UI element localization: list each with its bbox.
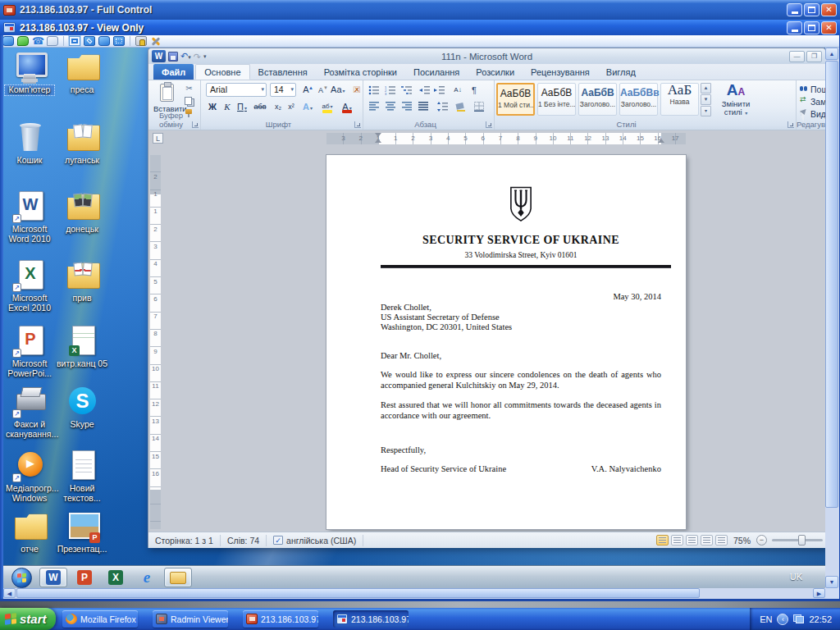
desktop-icon-folder-files[interactable]: прив [54,259,110,304]
taskbar-task[interactable]: Mozilla Firefox [62,610,138,628]
first-line-indent-marker[interactable] [375,133,381,137]
highlight-color-button[interactable]: аб▾ [321,100,334,114]
vfull-icon[interactable] [98,36,110,46]
desktop-icon-folder-docs[interactable]: луганськ [54,121,110,166]
outer-maximize-button[interactable] [804,3,819,16]
tab-selector[interactable]: L [153,133,163,144]
security-icon[interactable] [135,36,147,46]
strikethrough-button[interactable]: абв [253,100,267,114]
editing-repl[interactable]: Замінити [800,95,825,107]
desktop-icon-excel[interactable]: ↗Microsoft Excel 2010 [5,259,54,313]
tools-icon[interactable] [150,36,162,46]
line-spacing-icon[interactable] [436,99,450,113]
justify-icon[interactable] [416,99,431,113]
inner-close-button[interactable]: ✕ [821,21,837,34]
msg-icon[interactable] [47,36,58,46]
inner-minimize-button[interactable] [787,21,802,34]
increase-indent-icon[interactable] [432,83,447,97]
clear-formatting-button[interactable]: 🗷 [350,83,363,97]
tab-Вставлення[interactable]: Вставлення [250,64,316,80]
vfullstretch-icon[interactable] [113,36,125,46]
tab-Основне[interactable]: Основне [195,64,249,80]
desktop-icon-skype[interactable]: Skype [54,386,110,430]
shrink-font-button[interactable]: А▼ [314,83,327,97]
style-chip[interactable]: АаБбВ1 Мой сти... [496,83,535,116]
tab-Рецензування[interactable]: Рецензування [523,64,598,80]
desktop-icon-presentation[interactable]: Презентац... [54,510,110,555]
print-layout-view-icon[interactable] [656,535,669,546]
zoom-level[interactable]: 75% [733,536,751,546]
clipboard-dialog-launcher[interactable] [192,121,199,128]
word-minimize-button[interactable]: — [789,51,805,62]
align-right-icon[interactable] [399,99,414,113]
start-button[interactable]: start [0,608,56,630]
page-indicator[interactable]: Сторінка: 1 з 1 [148,535,221,546]
vertical-ruler[interactable]: 2112345678910111213141516 [150,155,161,529]
borders-icon[interactable] [472,99,486,113]
editing-sel[interactable]: Виділити▾ [800,107,825,120]
bullets-icon[interactable] [367,83,381,97]
taskbar-task[interactable]: 213.186.103.97 - Vie... [333,610,409,628]
style-chip[interactable]: АаБбВвЗаголово... [619,83,658,116]
taskbar-task[interactable]: 213.186.103.97 - Ful... [243,610,318,628]
right-indent-marker[interactable] [658,139,664,143]
vnormal-icon[interactable] [69,36,80,46]
decrease-indent-icon[interactable] [418,83,432,97]
tab-Розмітка сторінки[interactable]: Розмітка сторінки [316,64,405,80]
undo-icon[interactable]: ↶▾ [180,50,191,63]
change-case-button[interactable]: Аа▾ [331,83,345,97]
desktop-icon-powerpoint[interactable]: ↗Microsoft PowerPoi... [5,325,54,379]
desktop-icon-recycle[interactable]: Кошик [5,121,54,166]
zoom-slider-thumb[interactable] [798,535,806,546]
radmin-vertical-scrollbar[interactable]: ▲ ▼ [825,48,839,588]
editing-find[interactable]: Пошук▾ [800,83,825,95]
tray-language-indicator[interactable]: EN [760,614,772,624]
paragraph-dialog-launcher[interactable] [486,121,492,128]
pinned-word[interactable]: W [39,568,67,587]
draft-view-icon[interactable] [715,535,728,546]
left-indent-marker[interactable] [375,139,381,143]
taskbar-task[interactable]: Radmin Viewer [153,610,228,628]
pinned-explorer[interactable] [164,568,192,587]
zoom-out-button[interactable]: − [756,535,767,546]
pinned-powerpoint[interactable]: P [71,568,98,587]
align-center-icon[interactable] [383,99,398,113]
underline-button[interactable]: П▾ [235,100,249,114]
align-left-icon[interactable] [367,99,381,113]
copy-icon[interactable] [183,95,195,106]
chat-icon[interactable] [17,36,29,46]
language-indicator[interactable]: ✓ англійська (США) [267,535,363,546]
pinned-ie[interactable]: e [133,568,161,587]
inner-maximize-button[interactable] [804,21,819,34]
redo-icon[interactable]: ↷ [194,51,201,62]
web-layout-view-icon[interactable] [686,535,698,546]
sort-icon[interactable]: А↓ [450,83,465,97]
word-restore-button[interactable]: ❐ [806,51,822,62]
outline-view-icon[interactable] [701,535,713,546]
tab-Розсилки[interactable]: Розсилки [468,64,523,80]
font-color-button[interactable]: А▾ [340,100,354,114]
desktop-icon-excel-file[interactable]: витр.канц 05 [54,325,110,369]
word-count[interactable]: Слів: 74 [221,535,267,546]
radmin-horizontal-scrollbar[interactable]: ◀ ▶ [3,588,825,599]
grow-font-button[interactable]: А▲ [299,83,313,97]
numbering-icon[interactable]: 123 [383,83,398,97]
remote-language-indicator[interactable]: UK [790,572,802,582]
text-effects-button[interactable]: А▾ [301,100,314,114]
start-orb[interactable] [11,568,32,588]
bold-button[interactable]: Ж [206,100,219,114]
outer-close-button[interactable]: ✕ [821,3,837,16]
screen-icon[interactable] [2,36,14,46]
desktop-icon-folder[interactable]: преса [54,51,110,95]
tab-Посилання[interactable]: Посилання [405,64,468,80]
font-name-select[interactable]: Arial [206,83,267,97]
desktop-icon-fax[interactable]: ↗Факси й сканування... [5,386,54,440]
cut-icon[interactable]: ✂ [183,83,195,94]
style-chip[interactable]: АаБНазва [660,83,699,116]
desktop-icon-text-file[interactable]: Новий текстов... [54,450,110,504]
vstretch-icon[interactable] [84,36,95,46]
zoom-slider[interactable] [772,539,823,541]
pilcrow-icon[interactable]: ¶ [467,83,482,97]
tab-Вигляд[interactable]: Вигляд [598,64,644,80]
word-logo-icon[interactable]: W [152,50,166,62]
